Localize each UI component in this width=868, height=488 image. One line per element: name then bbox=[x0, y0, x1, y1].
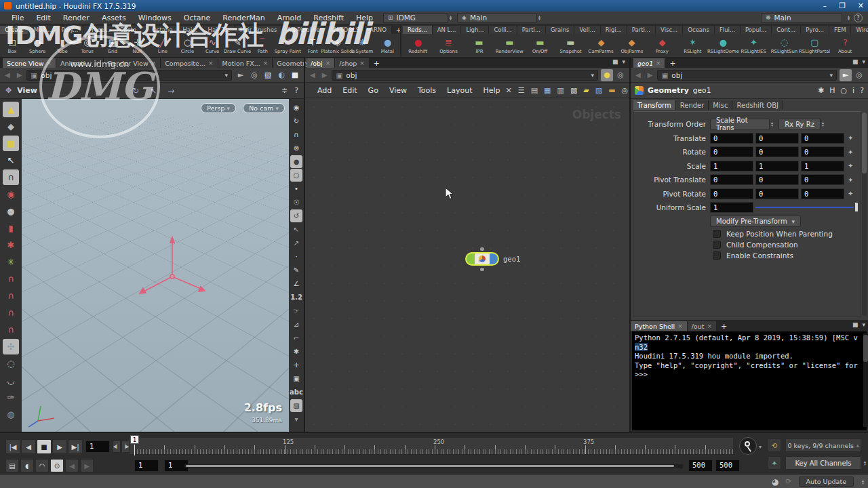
checkbox-row[interactable]: Enable Constraints bbox=[713, 250, 861, 261]
menu-item[interactable]: Add bbox=[312, 86, 337, 95]
shelf-tool[interactable]: T Font bbox=[300, 34, 325, 58]
range-end-field[interactable]: 500 bbox=[688, 460, 713, 472]
shelf-tab[interactable]: Ligh... bbox=[461, 26, 489, 34]
shelf-tool[interactable]: ● RSLightDome bbox=[708, 34, 738, 58]
display-option-icon[interactable]: · bbox=[290, 250, 302, 263]
close-icon[interactable]: × bbox=[94, 60, 100, 66]
playbar-toggle[interactable]: ◠ bbox=[35, 459, 49, 472]
playback-button[interactable]: ▶| bbox=[68, 439, 83, 454]
menu-item[interactable]: Assets bbox=[96, 14, 132, 22]
shelf-tab[interactable]: Poly... bbox=[57, 26, 83, 34]
tool-column-icon[interactable]: ◍ bbox=[3, 407, 19, 422]
shelf-tab[interactable]: Grains bbox=[546, 26, 574, 34]
minimize-button[interactable]: – bbox=[823, 1, 827, 10]
network-toolbar-icon[interactable]: ▨ bbox=[595, 86, 602, 95]
display-option-icon[interactable]: ▨ bbox=[290, 399, 302, 412]
nav-back-icon[interactable]: ◀ bbox=[633, 71, 643, 79]
menu-item[interactable]: View bbox=[384, 86, 412, 95]
shelf-tool[interactable]: ◆ ObjParms bbox=[616, 34, 647, 58]
rot-order-dropdown[interactable]: Rx Ry Rz bbox=[778, 119, 821, 130]
nav-forward-icon[interactable]: ▶ bbox=[646, 71, 655, 79]
checkbox[interactable] bbox=[713, 241, 721, 249]
display-option-icon[interactable]: ∩ bbox=[290, 128, 302, 141]
display-option-icon[interactable]: ✎ bbox=[290, 264, 302, 277]
viewport-tool-icon[interactable]: ↖ bbox=[150, 86, 157, 96]
shelf-tab[interactable]: Crea... bbox=[0, 26, 29, 34]
shelf-tool[interactable]: ◌ RSLightSun bbox=[769, 34, 800, 58]
network-toolbar-icon[interactable]: ▬ bbox=[608, 86, 615, 95]
node-display-flag[interactable] bbox=[467, 253, 475, 264]
node-name-field[interactable]: geo1 bbox=[693, 86, 711, 95]
shelf-tab[interactable]: Octane bbox=[147, 26, 178, 34]
folder-tab[interactable]: Render bbox=[676, 100, 709, 110]
shelf-tool[interactable]: ╱ Line bbox=[150, 34, 175, 58]
shelf-tool[interactable]: ▦ Grid bbox=[100, 34, 125, 58]
tool-column-icon[interactable]: ∩ bbox=[3, 322, 19, 338]
param-field-y[interactable]: 0 bbox=[755, 133, 799, 144]
scrollbar-thumb[interactable] bbox=[862, 113, 867, 174]
tool-column-icon[interactable]: ✑ bbox=[3, 390, 19, 405]
pane-tab[interactable]: geo1 × bbox=[633, 58, 665, 68]
path-bar-icon[interactable]: ■ bbox=[289, 69, 301, 81]
folder-tab[interactable]: Misc bbox=[709, 100, 732, 110]
shelf-tool[interactable]: ▮ Tube bbox=[50, 34, 75, 58]
display-option-icon[interactable]: ○ bbox=[290, 169, 302, 182]
param-path-field[interactable]: ▣ obj ▾ bbox=[657, 70, 837, 81]
display-option-icon[interactable]: ↺ bbox=[290, 209, 302, 222]
menu-item[interactable]: Go bbox=[363, 86, 384, 95]
close-icon[interactable]: × bbox=[677, 323, 683, 329]
tool-column-icon[interactable]: ∩ bbox=[3, 271, 19, 287]
network-toolbar-icon[interactable]: ▤ bbox=[531, 86, 538, 95]
close-icon[interactable]: × bbox=[208, 60, 214, 66]
parameter-header-icon[interactable]: ? bbox=[860, 86, 864, 95]
perspective-selector[interactable]: Persp ▾ bbox=[201, 103, 236, 113]
tool-column-icon[interactable]: ◡ bbox=[3, 373, 19, 388]
shelf-tab[interactable]: Hair Brushes bbox=[235, 26, 282, 34]
param-field-z[interactable]: 0 bbox=[801, 174, 844, 185]
menu-item[interactable]: Layout bbox=[441, 86, 477, 95]
shelf-tab[interactable]: Wires bbox=[851, 26, 868, 34]
shelf-tool[interactable]: ? About bbox=[830, 34, 861, 58]
view-mode-label[interactable]: View bbox=[17, 86, 37, 95]
parameter-header-icon[interactable]: ○ bbox=[840, 86, 847, 95]
keyall-spinner[interactable]: ▴▾ bbox=[864, 460, 866, 466]
display-option-icon[interactable]: ✱ bbox=[290, 345, 302, 358]
set-key-button[interactable] bbox=[739, 437, 757, 455]
tool-column-icon[interactable]: ▲ bbox=[3, 102, 19, 117]
playbar-toggle[interactable]: ⊙ bbox=[50, 459, 64, 472]
display-option-icon[interactable]: ☞ bbox=[290, 304, 302, 317]
pane-tab[interactable]: Python Shell × bbox=[631, 321, 688, 331]
display-option-icon[interactable]: ↖ bbox=[290, 223, 302, 236]
key-options-icon[interactable]: ▾ bbox=[759, 444, 762, 450]
path-bar-icon[interactable]: ● bbox=[601, 69, 613, 81]
current-frame-field[interactable]: 1 bbox=[85, 441, 110, 453]
menu-item[interactable]: Arnold bbox=[271, 14, 308, 22]
shelf-tool[interactable]: ● Redshift bbox=[403, 34, 433, 58]
pane-menu-icon[interactable]: ▾ bbox=[862, 321, 865, 328]
nav-forward-icon[interactable]: ▶ bbox=[15, 71, 24, 79]
radial-menu-selector[interactable]: ◈ Main bbox=[457, 13, 537, 23]
pane-maximize-icon[interactable]: ■ bbox=[612, 58, 618, 65]
shelf-tab[interactable]: Colli... bbox=[489, 26, 517, 34]
menu-item[interactable]: Help bbox=[478, 86, 506, 95]
display-option-icon[interactable]: ▣ bbox=[290, 372, 302, 385]
menu-item[interactable]: Render bbox=[57, 14, 96, 22]
shelf-tab[interactable]: Hai... bbox=[178, 26, 203, 34]
shelf-tab[interactable]: Visc... bbox=[656, 26, 683, 34]
close-icon[interactable]: × bbox=[359, 60, 365, 66]
uniform-scale-field[interactable]: 1 bbox=[710, 202, 753, 213]
console-scrollbar[interactable] bbox=[863, 333, 868, 427]
playbar-toggle[interactable]: ◖ bbox=[20, 459, 34, 472]
playback-button[interactable]: ■ bbox=[37, 439, 52, 454]
shelf-tool[interactable]: ▬ RenderView bbox=[494, 34, 525, 58]
desktop-spinner[interactable]: ▴▾ bbox=[450, 15, 452, 20]
parameter-header-icon[interactable]: H bbox=[829, 86, 835, 95]
shelf-tool[interactable]: ❋ L-System bbox=[350, 34, 375, 58]
playbar-toggle[interactable]: ◀ bbox=[65, 459, 79, 472]
network-toolbar-icon[interactable]: ▦ bbox=[544, 86, 551, 95]
shelf-tool[interactable]: ◻ Box bbox=[0, 34, 25, 58]
checkbox-row[interactable]: Keep Position When Parenting bbox=[713, 228, 861, 239]
param-field-y[interactable]: 0 bbox=[755, 174, 799, 185]
shelf-tool[interactable]: ✎ Draw Curve bbox=[225, 34, 250, 58]
shelf-tab[interactable]: AN Pipeline bbox=[282, 26, 325, 34]
